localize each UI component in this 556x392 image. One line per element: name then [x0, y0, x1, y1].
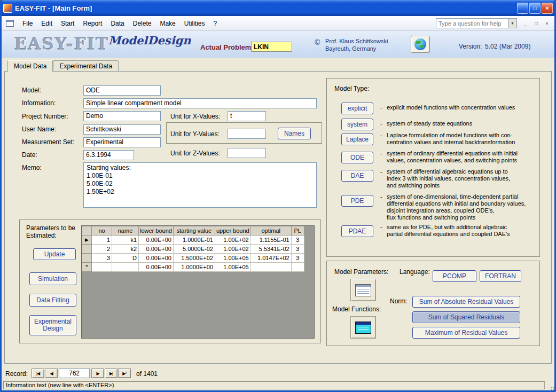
new-record-button[interactable]: ▶*	[118, 369, 131, 378]
information-field[interactable]: Simple linear compartment model	[83, 98, 317, 108]
date-field[interactable]: 6.3.1994	[83, 150, 134, 160]
bullet: -	[380, 104, 382, 111]
fortran-button[interactable]: FORTRAN	[480, 270, 521, 282]
row-selector[interactable]: ▶	[82, 236, 92, 245]
cell[interactable]: 1.0147E+02	[250, 254, 291, 263]
cell[interactable]: 3	[291, 254, 304, 263]
cell[interactable]	[112, 263, 139, 272]
cell[interactable]: 1.1155E-01	[250, 236, 291, 245]
cell[interactable]: 0.00E+00	[139, 236, 174, 245]
cell[interactable]: 1.00E+05	[215, 263, 250, 272]
cell[interactable]: 3	[291, 245, 304, 254]
model-type-pde-button[interactable]: PDE	[341, 195, 373, 207]
unit-x-label: Unit for X-Values:	[170, 113, 220, 120]
measurement-set-field[interactable]: Experimental	[83, 137, 161, 147]
col-name: name	[112, 226, 139, 236]
model-functions-button[interactable]	[350, 316, 376, 339]
tab-model-data[interactable]: Model Data	[7, 60, 53, 72]
update-button[interactable]: Update	[33, 248, 76, 260]
cell[interactable]: 0.00E+00	[139, 263, 174, 272]
pcomp-button[interactable]: PCOMP	[433, 270, 476, 282]
norm-maximum-button[interactable]: Maximum of Residual Values	[412, 327, 520, 339]
menu-start[interactable]: Start	[57, 18, 79, 29]
cell[interactable]: 1.0000E+00	[173, 263, 215, 272]
record-bar: Record: |◀ ◀ 762 ▶ ▶| ▶* of 1401	[2, 367, 554, 380]
website-button[interactable]	[411, 36, 430, 53]
resize-grip-icon[interactable]	[551, 387, 552, 388]
cell[interactable]: 1.00E+02	[215, 245, 250, 254]
app-logo: EASY-FIT	[14, 34, 109, 53]
maximize-button[interactable]: □	[529, 3, 541, 14]
cell[interactable]: 1.00E+02	[215, 236, 250, 245]
minimize-button[interactable]: _	[517, 3, 528, 14]
cell[interactable]: 5.0000E-02	[173, 245, 215, 254]
cell[interactable]: 1	[92, 236, 112, 245]
cell[interactable]: 0.00E+00	[139, 254, 174, 263]
menu-report[interactable]: Report	[79, 18, 106, 29]
unit-y-field[interactable]	[228, 129, 266, 139]
col-lower-bound: lower bound	[139, 226, 174, 236]
col-no: no	[92, 226, 112, 236]
norm-squared-button[interactable]: Sum of Squared Residuals	[412, 311, 520, 323]
model-type-pdae-desc: same as for PDE, but with additional alg…	[387, 224, 543, 238]
menu-data[interactable]: Data	[106, 18, 128, 29]
row-selector[interactable]	[82, 254, 92, 263]
cell[interactable]: k2	[112, 245, 139, 254]
model-type-pdae-button[interactable]: PDAE	[341, 225, 373, 237]
tab-experimental-data[interactable]: Experimental Data	[53, 60, 119, 71]
cell[interactable]: 1.5000E+02	[173, 254, 215, 263]
model-parameters-button[interactable]	[350, 279, 376, 301]
menu-file[interactable]: File	[18, 18, 37, 29]
cell[interactable]: 0.00E+00	[139, 245, 174, 254]
model-type-explicit-button[interactable]: explicit	[341, 103, 373, 114]
next-record-button[interactable]: ▶	[91, 369, 104, 378]
menu-make[interactable]: Make	[155, 18, 179, 29]
unit-x-field[interactable]: t	[228, 111, 266, 121]
record-number-field[interactable]: 762	[59, 369, 90, 378]
menu-delete[interactable]: Delete	[129, 18, 156, 29]
model-type-ode-button[interactable]: ODE	[341, 152, 373, 163]
project-number-field[interactable]: Demo	[83, 111, 161, 121]
bullet: -	[380, 120, 382, 127]
previous-record-button[interactable]: ◀	[45, 369, 58, 378]
experimental-design-button[interactable]: Experimental Design	[29, 315, 76, 335]
norm-absolute-button[interactable]: Sum of Absolute Residual Values	[412, 296, 520, 308]
help-search[interactable]: Type a question for help ▼	[436, 18, 517, 28]
cell[interactable]: 3	[291, 236, 304, 245]
cell[interactable]	[291, 263, 304, 272]
user-name-field[interactable]: Schittkowski	[83, 124, 161, 135]
last-record-button[interactable]: ▶|	[105, 369, 118, 378]
cell[interactable]: 1.0000E-01	[173, 236, 215, 245]
unit-z-field[interactable]	[228, 148, 266, 158]
cell[interactable]: 2	[92, 245, 112, 254]
names-button[interactable]: Names	[278, 128, 311, 139]
row-selector[interactable]: *	[82, 263, 92, 272]
first-record-button[interactable]: |◀	[32, 369, 44, 378]
simulation-button[interactable]: Simulation	[29, 272, 76, 285]
cell[interactable]	[92, 263, 112, 272]
cell[interactable]	[250, 263, 291, 272]
close-button[interactable]: ×	[542, 3, 553, 14]
model-type-system-button[interactable]: system	[341, 119, 373, 130]
child-minimize-button[interactable]: _	[521, 19, 530, 27]
cell[interactable]: 1.00E+05	[215, 254, 250, 263]
actual-problem-field[interactable]: LKIN	[251, 42, 292, 52]
menu-edit[interactable]: Edit	[37, 18, 57, 29]
cell[interactable]: k1	[112, 236, 139, 245]
child-close-button[interactable]: ×	[543, 19, 551, 27]
cell[interactable]: 3	[92, 254, 112, 263]
model-type-dae-button[interactable]: DAE	[341, 170, 373, 182]
measurement-set-label: Measurement Set:	[22, 138, 74, 146]
form-icon[interactable]	[6, 20, 14, 27]
model-type-laplace-button[interactable]: Laplace	[341, 134, 373, 145]
menu-help[interactable]: ?	[209, 18, 221, 29]
data-fitting-button[interactable]: Data Fitting	[29, 294, 76, 307]
child-restore-button[interactable]: □	[532, 19, 541, 27]
model-field[interactable]: ODE	[83, 85, 161, 96]
row-selector[interactable]	[82, 245, 92, 254]
cell[interactable]: D	[112, 254, 139, 263]
cell[interactable]: 5.5341E-02	[250, 245, 291, 254]
menu-utilities[interactable]: Utilities	[180, 18, 209, 29]
memo-field[interactable]: Starting values: 1.00E-01 5.00E-02 1.50E…	[83, 162, 317, 208]
chevron-down-icon[interactable]: ▼	[508, 19, 516, 28]
